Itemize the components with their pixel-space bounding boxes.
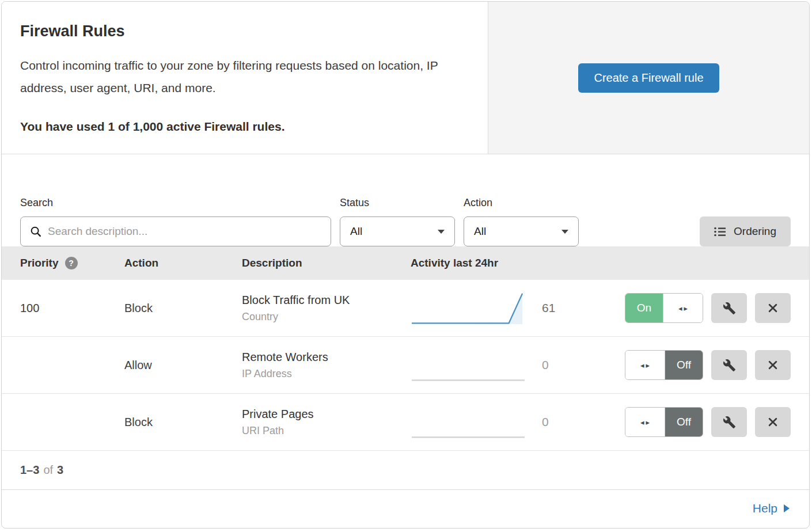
rule-match-type: IP Address [242, 368, 411, 380]
firewall-rules-card: Firewall Rules Control incoming traffic … [1, 1, 810, 529]
search-input-container [20, 216, 331, 246]
create-firewall-rule-button[interactable]: Create a Firewall rule [578, 63, 719, 93]
priority-value: 100 [20, 302, 124, 315]
activity-count: 61 [542, 301, 582, 315]
description-cell: Block Traffic from UK Country [242, 294, 411, 323]
description-cell: Remote Workers IP Address [242, 351, 411, 380]
delete-rule-button[interactable] [755, 407, 791, 437]
toggle-state-label: Off [665, 351, 703, 379]
column-description: Description [242, 257, 411, 269]
row-controls: Off ◂▸ [625, 350, 791, 380]
action-selected-value: All [474, 225, 486, 238]
header-text-panel: Firewall Rules Control incoming traffic … [2, 2, 488, 154]
action-value: Block [124, 302, 242, 315]
search-label: Search [20, 197, 331, 209]
rule-match-type: Country [242, 311, 411, 323]
status-selected-value: All [350, 225, 362, 238]
action-value: Block [124, 416, 242, 429]
toggle-drag-handle-icon: ◂▸ [663, 294, 703, 322]
status-toggle[interactable]: Off ◂▸ [625, 407, 703, 437]
column-activity: Activity last 24hr [411, 257, 791, 269]
ordering-button[interactable]: Ordering [700, 216, 791, 246]
header: Firewall Rules Control incoming traffic … [2, 2, 809, 154]
search-icon [29, 225, 42, 238]
action-value: Allow [124, 359, 242, 372]
status-toggle[interactable]: On ◂▸ [625, 293, 703, 323]
ordering-button-label: Ordering [734, 225, 776, 238]
column-priority: Priority ? [20, 257, 124, 269]
activity-cell: 0 Off ◂▸ [411, 394, 791, 450]
range-total: 3 [57, 463, 63, 477]
edit-rule-button[interactable] [711, 293, 747, 323]
delete-rule-button[interactable] [755, 350, 791, 380]
delete-rule-button[interactable] [755, 293, 791, 323]
rule-description: Remote Workers [242, 351, 411, 364]
range-start-end: 1–3 [20, 463, 39, 477]
description-cell: Private Pages URI Path [242, 408, 411, 437]
status-select[interactable]: All [340, 216, 455, 246]
wrench-icon [723, 416, 736, 429]
search-input[interactable] [48, 225, 322, 238]
table-row: 100 Block Block Traffic from UK Country … [2, 280, 809, 337]
search-group: Search [20, 197, 331, 246]
page-description: Control incoming traffic to your zone by… [20, 54, 466, 99]
rule-match-type: URI Path [242, 425, 411, 437]
edit-rule-button[interactable] [711, 407, 747, 437]
close-icon [767, 359, 779, 371]
chevron-down-icon [438, 230, 445, 234]
activity-cell: 61 On ◂▸ [411, 280, 791, 336]
action-filter-group: Action All [464, 197, 579, 246]
activity-sparkline [411, 348, 526, 382]
toggle-drag-handle-icon: ◂▸ [625, 351, 665, 379]
help-link-label: Help [753, 501, 777, 515]
wrench-icon [723, 359, 736, 372]
status-filter-group: Status All [340, 197, 455, 246]
action-select[interactable]: All [464, 216, 579, 246]
activity-count: 0 [542, 415, 582, 429]
help-bar: Help [2, 490, 809, 527]
table-row: Allow Remote Workers IP Address 0 Off ◂▸ [2, 337, 809, 394]
rule-description: Block Traffic from UK [242, 294, 411, 307]
activity-cell: 0 Off ◂▸ [411, 337, 791, 393]
pagination-range: 1–3 of 3 [2, 451, 809, 490]
toggle-state-label: On [625, 294, 663, 322]
close-icon [767, 416, 779, 428]
usage-note: You have used 1 of 1,000 active Firewall… [20, 120, 469, 134]
chevron-down-icon [561, 230, 568, 234]
table-row: Block Private Pages URI Path 0 Off ◂▸ [2, 394, 809, 451]
row-controls: Off ◂▸ [625, 407, 791, 437]
priority-header-label: Priority [20, 257, 59, 269]
close-icon [767, 302, 779, 314]
activity-sparkline [411, 291, 526, 325]
help-link[interactable]: Help [753, 501, 790, 515]
activity-count: 0 [542, 358, 582, 372]
activity-sparkline [411, 405, 526, 439]
header-action-panel: Create a Firewall rule [488, 2, 809, 154]
range-of-text: of [43, 463, 53, 477]
column-action: Action [124, 257, 242, 269]
arrow-right-icon [784, 504, 790, 512]
help-question-icon[interactable]: ? [65, 257, 78, 269]
edit-rule-button[interactable] [711, 350, 747, 380]
action-label: Action [464, 197, 579, 209]
status-toggle[interactable]: Off ◂▸ [625, 350, 703, 380]
wrench-icon [723, 302, 736, 315]
row-controls: On ◂▸ [625, 293, 791, 323]
table-header: Priority ? Action Description Activity l… [2, 246, 809, 280]
rule-description: Private Pages [242, 408, 411, 421]
toggle-state-label: Off [665, 408, 703, 436]
page-title: Firewall Rules [20, 22, 469, 40]
status-label: Status [340, 197, 455, 209]
filter-bar: Search Status All Action All [2, 154, 809, 246]
toggle-drag-handle-icon: ◂▸ [625, 408, 665, 436]
list-icon [714, 227, 726, 237]
